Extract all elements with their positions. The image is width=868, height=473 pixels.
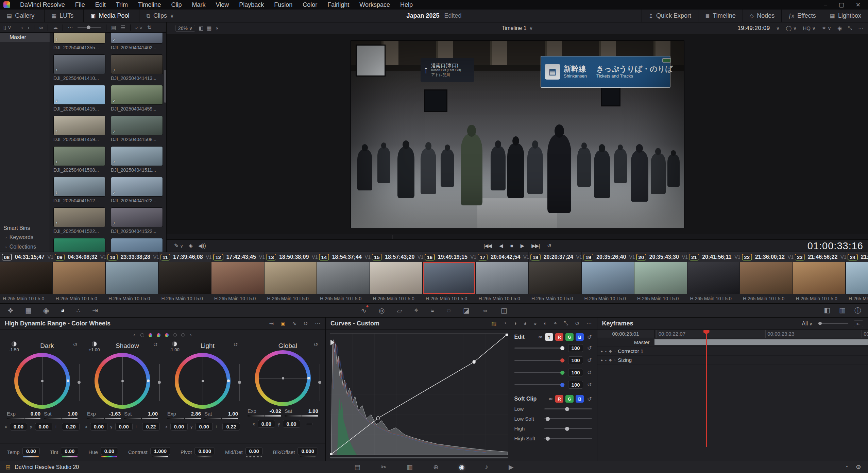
curves[interactable]: ∿ bbox=[361, 306, 367, 315]
search-icon[interactable]: ⌕ ∨ bbox=[135, 24, 142, 31]
soft-clip-slider[interactable] bbox=[544, 408, 592, 409]
clip-thumbnail[interactable] bbox=[582, 262, 634, 294]
menu-item[interactable]: Color bbox=[297, 0, 322, 10]
viewer-option-icon[interactable]: ◯ ∨ bbox=[786, 25, 797, 31]
wheel-luma-slider[interactable] bbox=[239, 364, 240, 401]
wheel-luma-slider[interactable] bbox=[79, 364, 80, 401]
fusion-page[interactable]: ⊕ bbox=[433, 463, 439, 471]
wheel-y-value[interactable]: 0.00 bbox=[283, 420, 300, 428]
media-clip[interactable]: ♪ DJI_202504041459... bbox=[53, 116, 105, 142]
maximize-button[interactable]: ▢ bbox=[839, 1, 844, 9]
saturation-value[interactable]: 1.00 bbox=[228, 411, 238, 417]
exposure-value[interactable]: 0.00 bbox=[31, 411, 40, 417]
adjustment-value[interactable]: 1.000 bbox=[150, 447, 171, 455]
saturation-slider[interactable] bbox=[44, 418, 78, 419]
color-wheels[interactable]: ◉ bbox=[43, 306, 49, 315]
key[interactable]: ◪ bbox=[463, 306, 470, 315]
curve-mode-icon[interactable]: ◒ bbox=[533, 320, 537, 327]
reset-icon[interactable]: ↺ bbox=[234, 341, 238, 348]
adjustment-value[interactable]: 0.000 bbox=[297, 447, 318, 455]
channel-value[interactable]: 100 bbox=[568, 356, 583, 364]
transport-button[interactable]: ▶ bbox=[521, 243, 524, 249]
media-clip[interactable]: ♪ DJI_202504041459... bbox=[111, 85, 163, 112]
wheel-y-value[interactable]: 0.00 bbox=[115, 423, 133, 430]
cloud-icon[interactable]: ☁ bbox=[53, 24, 58, 31]
thumbnail-view-icon[interactable]: ▤ bbox=[111, 24, 116, 31]
media-page[interactable]: ▤ bbox=[354, 463, 360, 471]
thumbnail-size-slider[interactable] bbox=[78, 27, 101, 28]
channel-button[interactable]: R bbox=[555, 395, 563, 403]
clip-info-cell[interactable]: 08 04:31:15;47 V1 bbox=[0, 252, 53, 262]
cut-page[interactable]: ✂ bbox=[381, 463, 386, 471]
link-channels-icon[interactable]: ∞ bbox=[549, 396, 552, 402]
media-clip-thumbnail[interactable]: ♪ bbox=[53, 207, 105, 227]
wheel-x-value[interactable]: 0.00 bbox=[90, 423, 107, 430]
keyframe-icon[interactable]: ◆ bbox=[609, 358, 612, 362]
color-wheel[interactable] bbox=[14, 353, 70, 409]
viewer-option-icon[interactable]: ⋯ bbox=[858, 25, 863, 31]
media-clip[interactable]: ♪ DJI_202504041522... bbox=[111, 207, 163, 234]
curve-mode-icon[interactable]: ◕ bbox=[524, 320, 527, 327]
clip-thumbnail[interactable] bbox=[106, 262, 158, 294]
clip-thumbnail[interactable] bbox=[317, 262, 370, 294]
saturation-value[interactable]: 1.00 bbox=[148, 411, 158, 417]
minimize-button[interactable]: – bbox=[824, 1, 827, 9]
clip-thumbnail[interactable] bbox=[740, 262, 793, 294]
timeline-selector[interactable]: Timeline 1∨ bbox=[501, 25, 533, 31]
clip-info-cell[interactable]: 21 20:41:56;11 V1 bbox=[687, 252, 741, 262]
jog-playhead[interactable] bbox=[392, 235, 392, 239]
viewer-mode-icon[interactable]: ◧ bbox=[199, 25, 203, 31]
page-dot[interactable] bbox=[165, 333, 169, 337]
palette-header-icon[interactable]: ⇥ bbox=[269, 320, 274, 327]
hdr-wheels[interactable]: ◕ bbox=[61, 306, 65, 315]
media-clip-thumbnail[interactable]: ♪ bbox=[53, 177, 105, 197]
palette-header-icon[interactable]: ◉ bbox=[280, 320, 285, 327]
exposure-slider[interactable] bbox=[7, 418, 40, 419]
media-clip-thumbnail[interactable]: ♪ bbox=[111, 238, 163, 252]
palette-header-icon[interactable]: ⋯ bbox=[315, 320, 320, 327]
toolbar-button[interactable]: ▤Gallery bbox=[0, 10, 45, 22]
reset-icon[interactable]: ↺ bbox=[587, 369, 592, 376]
transport-button[interactable]: ◀ bbox=[499, 243, 503, 249]
proxy-status[interactable]: ◔ bbox=[845, 463, 848, 471]
adjustment-value[interactable]: 0.000 bbox=[194, 447, 215, 455]
wipe-icon[interactable]: ◈ bbox=[189, 242, 193, 249]
saturation-slider[interactable] bbox=[204, 418, 238, 419]
reset-icon[interactable]: ↺ bbox=[587, 345, 592, 351]
channel-button[interactable]: R bbox=[555, 333, 563, 341]
toolbar-button[interactable]: ▦Lightbox bbox=[823, 10, 868, 22]
curve-mode-icon[interactable]: ⋯ bbox=[586, 320, 592, 327]
sort-icon[interactable]: ⇅ bbox=[147, 24, 152, 31]
clip-thumbnail[interactable] bbox=[211, 262, 264, 294]
keyframe-filter-dropdown[interactable]: All ∨ bbox=[802, 321, 812, 327]
viewer-option-icon[interactable]: HQ ∨ bbox=[803, 25, 816, 31]
media-clip[interactable]: ♪ DJI_202504041355... bbox=[53, 33, 105, 50]
clip-thumbnail[interactable] bbox=[159, 262, 211, 294]
back-icon[interactable]: ‹ bbox=[21, 24, 23, 30]
zoom-level-dropdown[interactable]: 26% ∨ bbox=[175, 25, 195, 32]
media-clip[interactable]: ♪ DJI_202504041522... bbox=[53, 207, 105, 234]
keyframe-icon[interactable]: ◆ bbox=[609, 349, 612, 353]
keyframe-track-row[interactable]: ● ▪ ◆ › Corrector 1 bbox=[597, 347, 868, 356]
media-clip-thumbnail[interactable]: ♪ bbox=[53, 85, 105, 105]
media-clip[interactable]: ♪ DJI_202504041410... bbox=[53, 54, 105, 81]
list-view-icon[interactable]: ☰ bbox=[121, 24, 125, 31]
channel-value[interactable]: 100 bbox=[568, 344, 583, 352]
wheel-range-value[interactable]: 0.20 bbox=[62, 423, 79, 430]
clip-thumbnail[interactable] bbox=[53, 262, 105, 294]
window[interactable]: ▱ bbox=[397, 306, 402, 315]
wheel-y-value[interactable]: 0.00 bbox=[195, 423, 213, 430]
clip-thumbnail[interactable] bbox=[476, 262, 528, 294]
clip-info-cell[interactable]: 24 21:25:32;22 V1 bbox=[846, 252, 868, 262]
menu-item[interactable]: Mark bbox=[187, 0, 210, 10]
qualifier[interactable]: ◎ bbox=[379, 306, 385, 315]
clip-info-cell[interactable]: 18 20:20:37;24 V1 bbox=[529, 252, 582, 262]
media-pool-scrollbar[interactable] bbox=[164, 70, 166, 103]
wipe[interactable]: ▥ bbox=[839, 306, 846, 315]
clip-thumbnail[interactable] bbox=[846, 262, 868, 294]
exposure-slider[interactable] bbox=[248, 415, 281, 417]
toolbar-button[interactable]: ƒxEffects bbox=[781, 10, 823, 22]
curve-mode-icon[interactable]: ↺ bbox=[575, 320, 579, 327]
media-clip-thumbnail[interactable]: ♪ bbox=[53, 54, 105, 74]
media-clip[interactable]: ♪ DJI_202504041402... bbox=[111, 33, 163, 50]
